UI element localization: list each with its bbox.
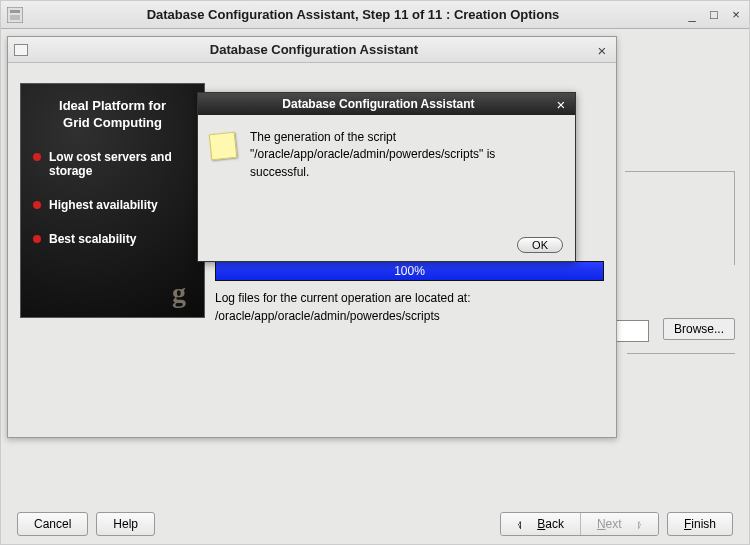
bullet-icon xyxy=(33,201,41,209)
marketing-side-panel: Ideal Platform for Grid Computing Low co… xyxy=(20,83,205,318)
app-icon xyxy=(7,7,23,23)
browse-button[interactable]: Browse... xyxy=(663,318,735,340)
log-location-path: /oracle/app/oracle/admin/powerdes/script… xyxy=(215,309,440,323)
sticky-note-icon xyxy=(209,132,238,161)
help-button[interactable]: Help xyxy=(96,512,155,536)
cancel-button[interactable]: Cancel xyxy=(17,512,88,536)
bullet-icon xyxy=(33,235,41,243)
confirmation-message: The generation of the script "/oracle/ap… xyxy=(250,129,495,181)
panel-bottom-edge xyxy=(627,353,735,354)
bullet-0: Low cost servers and storage xyxy=(49,150,194,178)
watermark-g: g xyxy=(172,277,186,309)
back-next-group: ⦉ Back Next ⦊ xyxy=(500,512,659,536)
dialog-icon xyxy=(14,44,28,56)
main-window-title: Database Configuration Assistant, Step 1… xyxy=(29,7,677,22)
back-button[interactable]: ⦉ Back xyxy=(501,513,581,535)
log-location-label: Log files for the current operation are … xyxy=(215,291,471,305)
side-heading-line2: Grid Computing xyxy=(63,115,162,130)
side-heading-line1: Ideal Platform for xyxy=(59,98,166,113)
svg-rect-1 xyxy=(10,10,20,13)
minimize-button[interactable]: _ xyxy=(685,8,699,22)
confirmation-title: Database Configuration Assistant xyxy=(204,97,553,111)
finish-button[interactable]: Finish xyxy=(667,512,733,536)
bullet-2: Best scalability xyxy=(49,232,136,246)
next-button[interactable]: Next ⦊ xyxy=(581,513,658,535)
close-icon[interactable]: × xyxy=(594,42,610,58)
progress-dialog-titlebar: Database Configuration Assistant × xyxy=(8,37,616,63)
maximize-button[interactable]: □ xyxy=(707,8,721,22)
close-button[interactable]: × xyxy=(729,8,743,22)
wizard-button-bar: Cancel Help ⦉ Back Next ⦊ Finish xyxy=(1,512,749,536)
background-panel-edge xyxy=(625,171,735,265)
bullet-1: Highest availability xyxy=(49,198,158,212)
progress-dialog-title: Database Configuration Assistant xyxy=(34,42,594,57)
confirmation-titlebar: Database Configuration Assistant × xyxy=(198,93,575,115)
progress-bar: 100% xyxy=(215,261,604,281)
svg-rect-2 xyxy=(10,15,20,20)
bullet-icon xyxy=(33,153,41,161)
ok-button[interactable]: OK xyxy=(517,237,563,253)
chevron-left-icon: ⦉ xyxy=(517,519,522,530)
close-icon[interactable]: × xyxy=(553,96,569,113)
chevron-right-icon: ⦊ xyxy=(637,519,642,530)
main-titlebar: Database Configuration Assistant, Step 1… xyxy=(1,1,749,29)
confirmation-dialog: Database Configuration Assistant × The g… xyxy=(197,92,576,262)
